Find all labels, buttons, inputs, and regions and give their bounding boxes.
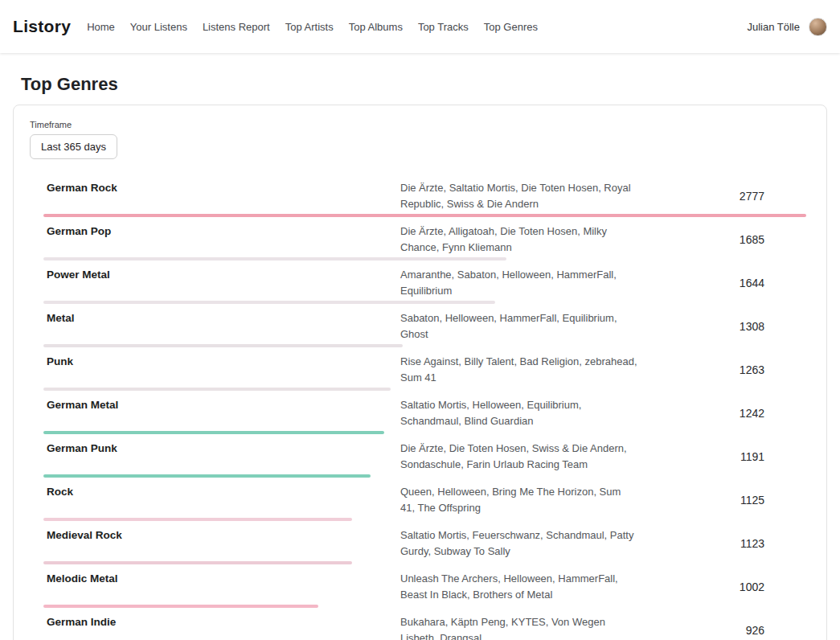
genre-count: 1191 xyxy=(637,450,806,463)
nav-item-top-artists[interactable]: Top Artists xyxy=(285,21,334,33)
genre-artists: Die Ärzte, Saltatio Mortis, Die Toten Ho… xyxy=(400,180,637,211)
genre-bar xyxy=(43,214,806,217)
nav-item-listens-report[interactable]: Listens Report xyxy=(203,21,270,33)
genre-bar xyxy=(43,257,506,261)
genre-bar-track xyxy=(43,474,806,478)
genre-count: 1123 xyxy=(637,537,806,550)
genre-bar-track xyxy=(43,518,806,521)
genre-name: Power Metal xyxy=(43,267,400,283)
genre-count: 1002 xyxy=(637,581,806,593)
genre-list: German Rock Die Ärzte, Saltatio Mortis, … xyxy=(43,180,806,640)
user-menu[interactable]: Julian Tölle xyxy=(747,18,827,36)
genre-row: German Rock Die Ärzte, Saltatio Mortis, … xyxy=(43,180,806,217)
top-genres-card: Timeframe Last 365 days German Rock Die … xyxy=(13,105,827,640)
app-logo[interactable]: Listory xyxy=(13,17,71,36)
genre-count: 1644 xyxy=(637,277,806,289)
genre-name: Punk xyxy=(43,354,400,370)
genre-bar-track xyxy=(43,301,806,304)
genre-name: Medieval Rock xyxy=(43,527,400,544)
genre-bar xyxy=(43,605,318,608)
genre-bar xyxy=(43,518,352,521)
genre-row: Rock Queen, Helloween, Bring Me The Hori… xyxy=(43,484,806,521)
timeframe-label: Timeframe xyxy=(30,120,810,129)
nav-item-top-genres[interactable]: Top Genres xyxy=(484,21,538,33)
genre-bar xyxy=(43,388,391,391)
nav-item-your-listens[interactable]: Your Listens xyxy=(130,21,187,33)
main-nav: Home Your Listens Listens Report Top Art… xyxy=(87,21,747,33)
genre-bar-track xyxy=(43,344,806,347)
genre-count: 1263 xyxy=(637,363,806,376)
genre-bar xyxy=(43,344,403,347)
top-navbar: Listory Home Your Listens Listens Report… xyxy=(0,0,840,53)
genre-artists: Rise Against, Billy Talent, Bad Religion… xyxy=(400,354,637,385)
genre-count: 1125 xyxy=(637,494,806,507)
genre-bar-track xyxy=(43,257,806,261)
nav-item-home[interactable]: Home xyxy=(87,21,115,33)
genre-count: 1242 xyxy=(637,407,806,420)
nav-item-top-tracks[interactable]: Top Tracks xyxy=(418,21,469,33)
genre-row: Melodic Metal Unleash The Archers, Hello… xyxy=(43,571,806,608)
genre-bar-track xyxy=(43,561,806,564)
genre-artists: Amaranthe, Sabaton, Helloween, HammerFal… xyxy=(400,267,637,298)
timeframe-filter: Timeframe Last 365 days xyxy=(14,120,826,159)
genre-count: 926 xyxy=(637,624,806,637)
genre-name: German Metal xyxy=(43,397,400,413)
genre-count: 1685 xyxy=(637,233,806,246)
genre-row: Power Metal Amaranthe, Sabaton, Hellowee… xyxy=(43,267,806,304)
avatar[interactable] xyxy=(809,18,827,36)
genre-row: German Pop Die Ärzte, Alligatoah, Die To… xyxy=(43,224,806,261)
genre-artists: Saltatio Mortis, Helloween, Equilibrium,… xyxy=(400,397,637,429)
genre-count: 1308 xyxy=(637,320,806,333)
user-name: Julian Tölle xyxy=(747,21,800,33)
genre-name: German Rock xyxy=(43,180,400,196)
genre-row: German Punk Die Ärzte, Die Toten Hosen, … xyxy=(43,441,806,478)
genre-row: Punk Rise Against, Billy Talent, Bad Rel… xyxy=(43,354,806,391)
genre-count: 2777 xyxy=(637,190,806,203)
genre-artists: Die Ärzte, Die Toten Hosen, Swiss & Die … xyxy=(400,441,637,472)
genre-bar-track xyxy=(43,214,806,217)
genre-artists: Bukahara, Käptn Peng, KYTES, Von Wegen L… xyxy=(400,614,637,640)
genre-row: German Indie Bukahara, Käptn Peng, KYTES… xyxy=(43,614,806,640)
genre-bar-track xyxy=(43,605,806,608)
genre-artists: Queen, Helloween, Bring Me The Horizon, … xyxy=(400,484,637,515)
genre-artists: Saltatio Mortis, Feuerschwanz, Schandmau… xyxy=(400,527,637,559)
genre-row: Metal Sabaton, Helloween, HammerFall, Eq… xyxy=(43,310,806,347)
genre-bar xyxy=(43,474,371,478)
page-content: Top Genres Timeframe Last 365 days Germa… xyxy=(0,74,840,640)
genre-name: German Indie xyxy=(43,614,400,630)
genre-name: Melodic Metal xyxy=(43,571,400,587)
genre-artists: Sabaton, Helloween, HammerFall, Equilibr… xyxy=(400,310,637,342)
genre-bar-track xyxy=(43,431,806,434)
genre-name: German Pop xyxy=(43,224,400,240)
genre-artists: Unleash The Archers, Helloween, HammerFa… xyxy=(400,571,637,602)
genre-name: German Punk xyxy=(43,441,400,457)
genre-name: Metal xyxy=(43,310,400,326)
genre-bar xyxy=(43,431,384,434)
genre-bar xyxy=(43,301,495,304)
timeframe-select[interactable]: Last 365 days xyxy=(30,134,117,159)
genre-bar xyxy=(43,561,352,564)
nav-item-top-albums[interactable]: Top Albums xyxy=(349,21,403,33)
genre-row: Medieval Rock Saltatio Mortis, Feuerschw… xyxy=(43,527,806,564)
page-title: Top Genres xyxy=(21,74,819,95)
genre-artists: Die Ärzte, Alligatoah, Die Toten Hosen, … xyxy=(400,224,637,255)
genre-bar-track xyxy=(43,388,806,391)
genre-row: German Metal Saltatio Mortis, Helloween,… xyxy=(43,397,806,434)
genre-name: Rock xyxy=(43,484,400,500)
